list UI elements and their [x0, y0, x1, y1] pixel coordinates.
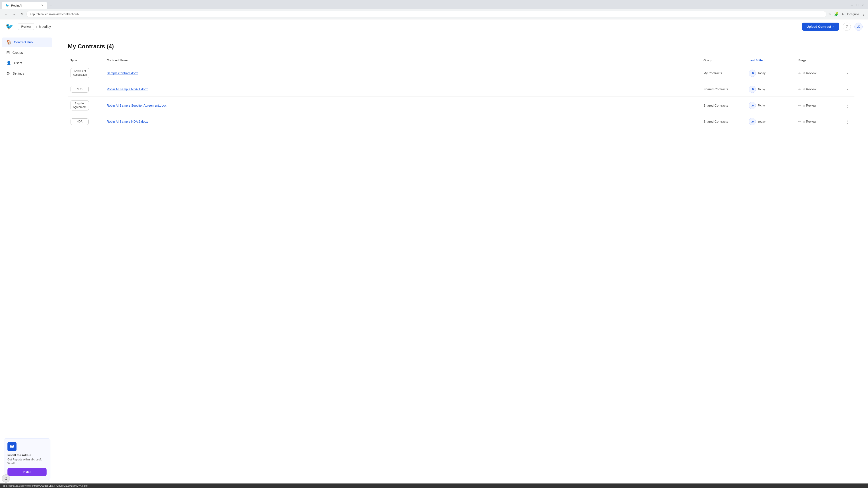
col-actions [841, 56, 855, 64]
contract-link-3[interactable]: Robin AI Sample NDA 2.docx [107, 120, 148, 123]
stage-info-2: ✏ In Review [798, 104, 838, 107]
more-button-1[interactable]: ⋮ [844, 86, 852, 93]
contracts-tbody: Articles ofAssociation Sample Contract.d… [68, 64, 855, 129]
editor-info-3: LD Today [749, 118, 793, 125]
app-header: 🐦 Review › Moodjoy Upload Contract ↑ ? L… [0, 20, 868, 34]
status-bar: app.robinai.co.uk/review/contract/Q29udH… [0, 484, 868, 487]
cell-stage-0: ✏ In Review [796, 64, 841, 82]
cell-type-3: NDA [68, 114, 104, 129]
contract-link-1[interactable]: Robin AI Sample NDA 1.docx [107, 88, 148, 91]
edited-time-3: Today [758, 120, 766, 123]
type-badge-3: NDA [70, 119, 89, 125]
restore-button[interactable]: ❐ [855, 3, 859, 7]
cell-group-3: Shared Contracts [701, 114, 746, 129]
edit-icon-3: ✏ [798, 120, 801, 123]
cell-edited-0: LD Today [746, 64, 796, 82]
more-button-2[interactable]: ⋮ [844, 102, 852, 109]
sidebar-label-groups: Groups [12, 51, 23, 55]
addon-description: Get Reports within Microsoft Word! [7, 458, 46, 465]
forward-button[interactable]: → [11, 11, 17, 17]
editor-info-0: LD Today [749, 70, 793, 77]
word-icon: W [7, 442, 17, 451]
edited-time-0: Today [758, 71, 766, 75]
group-text-3: Shared Contracts [704, 120, 728, 123]
editor-avatar-0: LD [749, 70, 756, 77]
main-layout: 🏠 Contract Hub ⊞ Groups 👤 Users ⚙ Settin… [0, 34, 868, 487]
close-button[interactable]: ✕ [861, 3, 864, 7]
editor-info-2: LD Today [749, 102, 793, 109]
tab-title: Robin AI [11, 4, 22, 7]
corner-widget[interactable]: ⚙ [2, 475, 10, 483]
address-bar[interactable]: app.robinai.co.uk/review/contract-hub [26, 11, 827, 18]
sidebar-item-groups[interactable]: ⊞ Groups [2, 48, 52, 57]
cell-more-0: ⋮ [841, 64, 855, 82]
col-type: Type [68, 56, 104, 64]
download-icon[interactable]: ⬇ [841, 12, 844, 16]
cell-more-3: ⋮ [841, 114, 855, 129]
table-header: Type Contract Name Group Last Edited ↑ [68, 56, 855, 64]
edited-time-1: Today [758, 88, 766, 91]
more-button-0[interactable]: ⋮ [844, 70, 852, 77]
app: 🐦 Review › Moodjoy Upload Contract ↑ ? L… [0, 20, 868, 487]
editor-avatar-3: LD [749, 118, 756, 125]
table-row: Articles ofAssociation Sample Contract.d… [68, 64, 855, 82]
cell-more-2: ⋮ [841, 97, 855, 114]
sidebar-item-settings[interactable]: ⚙ Settings [2, 69, 52, 78]
more-icon[interactable]: ⋮ [862, 12, 865, 16]
app-logo: 🐦 [5, 23, 13, 30]
upload-icon: ↑ [833, 25, 835, 29]
extensions-icon[interactable]: 🧩 [834, 12, 839, 16]
sidebar-label-settings: Settings [13, 72, 24, 75]
contract-link-0[interactable]: Sample Contract.docx [107, 71, 138, 75]
cell-name-0: Sample Contract.docx [104, 64, 701, 82]
addon-install-button[interactable]: Install [7, 468, 46, 476]
upload-label: Upload Contract [807, 25, 831, 29]
stage-info-0: ✏ In Review [798, 71, 838, 75]
address-text: app.robinai.co.uk/review/contract-hub [30, 12, 79, 16]
browser-toolbar: ← → ↻ app.robinai.co.uk/review/contract-… [0, 9, 868, 19]
cell-group-0: My Contracts [701, 64, 746, 82]
user-avatar[interactable]: LD [855, 23, 863, 31]
type-badge-1: NDA [70, 86, 89, 93]
stage-label-0: In Review [802, 71, 816, 75]
cell-type-2: SupplierAgreement [68, 97, 104, 114]
cell-edited-3: LD Today [746, 114, 796, 129]
contract-link-2[interactable]: Robin AI Sample Supplier Agreement.docx [107, 104, 166, 107]
edit-icon-1: ✏ [798, 88, 801, 91]
sidebar-label-contract-hub: Contract Hub [14, 40, 33, 44]
reload-button[interactable]: ↻ [19, 11, 25, 17]
cell-edited-1: LD Today [746, 82, 796, 97]
sort-arrow-icon: ↑ [766, 59, 768, 62]
stage-info-3: ✏ In Review [798, 120, 838, 123]
cell-group-1: Shared Contracts [701, 82, 746, 97]
cell-stage-3: ✏ In Review [796, 114, 841, 129]
window-controls: ─ ❐ ✕ [848, 2, 866, 8]
sidebar: 🏠 Contract Hub ⊞ Groups 👤 Users ⚙ Settin… [0, 34, 54, 487]
active-tab[interactable]: 🐦 Robin AI ✕ [2, 2, 47, 9]
col-last-edited[interactable]: Last Edited ↑ [746, 56, 796, 64]
more-button-3[interactable]: ⋮ [844, 118, 852, 125]
type-badge-0: Articles ofAssociation [70, 68, 89, 78]
cell-name-3: Robin AI Sample NDA 2.docx [104, 114, 701, 129]
review-button[interactable]: Review [18, 23, 34, 30]
minimize-button[interactable]: ─ [850, 3, 854, 7]
tab-close-button[interactable]: ✕ [41, 4, 43, 7]
new-tab-button[interactable]: + [48, 1, 54, 9]
breadcrumb-separator: › [36, 25, 37, 29]
tab-favicon: 🐦 [5, 4, 9, 7]
editor-info-1: LD Today [749, 86, 793, 93]
upload-contract-button[interactable]: Upload Contract ↑ [802, 23, 839, 31]
help-icon: ? [846, 25, 848, 29]
corner-widget-icon: ⚙ [4, 477, 7, 481]
col-stage: Stage [796, 56, 841, 64]
sidebar-item-contract-hub[interactable]: 🏠 Contract Hub [2, 37, 52, 47]
sidebar-item-users[interactable]: 👤 Users [2, 58, 52, 68]
browser-chrome: 🐦 Robin AI ✕ + ─ ❐ ✕ ← → ↻ app.robinai.c… [0, 0, 868, 20]
contracts-table: Type Contract Name Group Last Edited ↑ [68, 56, 855, 129]
help-button[interactable]: ? [843, 23, 851, 31]
bookmark-icon[interactable]: ☆ [828, 12, 831, 16]
back-button[interactable]: ← [3, 11, 9, 17]
browser-tabs: 🐦 Robin AI ✕ + [2, 1, 848, 9]
edited-time-2: Today [758, 104, 766, 107]
col-contract-name: Contract Name [104, 56, 701, 64]
